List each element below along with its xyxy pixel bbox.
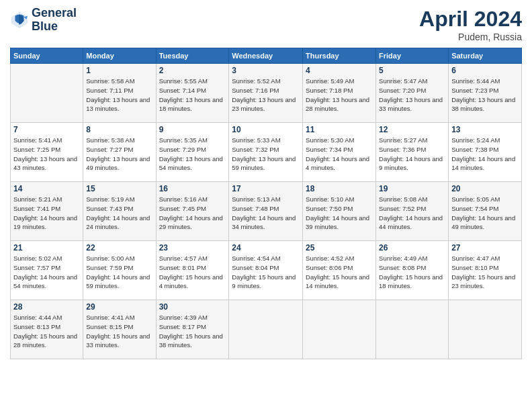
calendar-cell: 26Sunrise: 4:49 AM Sunset: 8:08 PM Dayli… [376,241,449,300]
day-number: 2 [159,66,226,75]
calendar-cell: 16Sunrise: 5:16 AM Sunset: 7:45 PM Dayli… [156,182,229,241]
day-info: Sunrise: 5:55 AM Sunset: 7:14 PM Dayligh… [159,77,226,113]
day-info: Sunrise: 5:02 AM Sunset: 7:57 PM Dayligh… [13,254,80,291]
day-number: 10 [232,125,300,134]
day-number: 27 [451,243,519,253]
calendar-cell [303,300,376,359]
week-row-5: 28Sunrise: 4:44 AM Sunset: 8:13 PM Dayli… [11,300,522,359]
day-info: Sunrise: 5:24 AM Sunset: 7:38 PM Dayligh… [451,136,519,173]
day-info: Sunrise: 5:21 AM Sunset: 7:41 PM Dayligh… [13,195,80,232]
day-number: 11 [306,125,373,134]
week-row-2: 7Sunrise: 5:41 AM Sunset: 7:25 PM Daylig… [11,123,522,182]
day-info: Sunrise: 5:13 AM Sunset: 7:48 PM Dayligh… [232,195,300,232]
col-thursday: Thursday [303,48,376,64]
day-number: 26 [379,243,445,253]
day-info: Sunrise: 4:47 AM Sunset: 8:10 PM Dayligh… [451,254,519,291]
calendar-title: April 2024 [419,7,522,32]
day-number: 21 [13,243,80,253]
day-number: 6 [451,66,519,75]
calendar-cell: 9Sunrise: 5:35 AM Sunset: 7:29 PM Daylig… [156,123,229,182]
week-row-4: 21Sunrise: 5:02 AM Sunset: 7:57 PM Dayli… [11,241,522,300]
day-number: 8 [86,125,152,134]
calendar-cell: 15Sunrise: 5:19 AM Sunset: 7:43 PM Dayli… [83,182,156,241]
day-info: Sunrise: 4:39 AM Sunset: 8:17 PM Dayligh… [159,313,226,350]
col-friday: Friday [376,48,449,64]
calendar-cell: 25Sunrise: 4:52 AM Sunset: 8:06 PM Dayli… [303,241,376,300]
day-number: 9 [159,125,226,134]
day-number: 17 [232,184,300,193]
logo-line2: Blue [32,20,77,34]
calendar-cell: 8Sunrise: 5:38 AM Sunset: 7:27 PM Daylig… [83,123,156,182]
calendar-cell: 14Sunrise: 5:21 AM Sunset: 7:41 PM Dayli… [11,182,83,241]
col-saturday: Saturday [449,48,522,64]
day-info: Sunrise: 5:58 AM Sunset: 7:11 PM Dayligh… [86,77,152,113]
logo-text: General Blue [32,7,77,34]
day-info: Sunrise: 4:44 AM Sunset: 8:13 PM Dayligh… [13,313,80,350]
day-info: Sunrise: 5:00 AM Sunset: 7:59 PM Dayligh… [86,254,152,291]
week-row-1: 1Sunrise: 5:58 AM Sunset: 7:11 PM Daylig… [11,64,522,123]
col-tuesday: Tuesday [156,48,229,64]
day-info: Sunrise: 4:49 AM Sunset: 8:08 PM Dayligh… [379,254,445,291]
day-info: Sunrise: 5:52 AM Sunset: 7:16 PM Dayligh… [232,77,300,113]
title-block: April 2024 Pudem, Russia [419,7,522,42]
day-number: 24 [232,243,300,253]
day-number: 19 [379,184,445,193]
calendar-cell: 18Sunrise: 5:10 AM Sunset: 7:50 PM Dayli… [303,182,376,241]
calendar-cell: 28Sunrise: 4:44 AM Sunset: 8:13 PM Dayli… [11,300,83,359]
calendar-cell [11,64,83,123]
day-number: 3 [232,66,300,75]
calendar-cell: 29Sunrise: 4:41 AM Sunset: 8:15 PM Dayli… [83,300,156,359]
day-info: Sunrise: 5:16 AM Sunset: 7:45 PM Dayligh… [159,195,226,232]
calendar-cell: 19Sunrise: 5:08 AM Sunset: 7:52 PM Dayli… [376,182,449,241]
day-number: 4 [306,66,373,75]
logo-icon [10,11,29,30]
day-info: Sunrise: 5:05 AM Sunset: 7:54 PM Dayligh… [451,195,519,232]
calendar-cell: 20Sunrise: 5:05 AM Sunset: 7:54 PM Dayli… [449,182,522,241]
day-info: Sunrise: 5:08 AM Sunset: 7:52 PM Dayligh… [379,195,445,232]
day-info: Sunrise: 5:19 AM Sunset: 7:43 PM Dayligh… [86,195,152,232]
day-number: 7 [13,125,80,134]
calendar-cell: 17Sunrise: 5:13 AM Sunset: 7:48 PM Dayli… [229,182,303,241]
calendar-cell: 10Sunrise: 5:33 AM Sunset: 7:32 PM Dayli… [229,123,303,182]
calendar-cell: 11Sunrise: 5:30 AM Sunset: 7:34 PM Dayli… [303,123,376,182]
page: General Blue April 2024 Pudem, Russia Su… [0,0,532,411]
day-info: Sunrise: 5:41 AM Sunset: 7:25 PM Dayligh… [13,136,80,173]
calendar-cell: 1Sunrise: 5:58 AM Sunset: 7:11 PM Daylig… [83,64,156,123]
day-number: 18 [306,184,373,193]
day-info: Sunrise: 5:10 AM Sunset: 7:50 PM Dayligh… [306,195,373,232]
day-info: Sunrise: 5:38 AM Sunset: 7:27 PM Dayligh… [86,136,152,173]
day-number: 12 [379,125,445,134]
day-info: Sunrise: 5:27 AM Sunset: 7:36 PM Dayligh… [379,136,445,173]
week-row-3: 14Sunrise: 5:21 AM Sunset: 7:41 PM Dayli… [11,182,522,241]
day-number: 15 [86,184,152,193]
calendar-body: 1Sunrise: 5:58 AM Sunset: 7:11 PM Daylig… [11,64,522,359]
day-number: 22 [86,243,152,253]
calendar-cell: 30Sunrise: 4:39 AM Sunset: 8:17 PM Dayli… [156,300,229,359]
calendar-cell: 24Sunrise: 4:54 AM Sunset: 8:04 PM Dayli… [229,241,303,300]
day-info: Sunrise: 5:33 AM Sunset: 7:32 PM Dayligh… [232,136,300,173]
calendar-cell: 4Sunrise: 5:49 AM Sunset: 7:18 PM Daylig… [303,64,376,123]
day-number: 13 [451,125,519,134]
calendar-cell [449,300,522,359]
day-info: Sunrise: 5:30 AM Sunset: 7:34 PM Dayligh… [306,136,373,173]
calendar-cell: 13Sunrise: 5:24 AM Sunset: 7:38 PM Dayli… [449,123,522,182]
day-info: Sunrise: 5:44 AM Sunset: 7:23 PM Dayligh… [451,77,519,113]
calendar-cell: 12Sunrise: 5:27 AM Sunset: 7:36 PM Dayli… [376,123,449,182]
day-number: 16 [159,184,226,193]
day-number: 5 [379,66,445,75]
day-info: Sunrise: 5:49 AM Sunset: 7:18 PM Dayligh… [306,77,373,113]
day-info: Sunrise: 4:52 AM Sunset: 8:06 PM Dayligh… [306,254,373,291]
day-number: 29 [86,302,152,312]
day-info: Sunrise: 5:35 AM Sunset: 7:29 PM Dayligh… [159,136,226,173]
calendar-cell: 3Sunrise: 5:52 AM Sunset: 7:16 PM Daylig… [229,64,303,123]
calendar-cell: 5Sunrise: 5:47 AM Sunset: 7:20 PM Daylig… [376,64,449,123]
day-number: 25 [306,243,373,253]
calendar-cell: 23Sunrise: 4:57 AM Sunset: 8:01 PM Dayli… [156,241,229,300]
calendar-cell: 22Sunrise: 5:00 AM Sunset: 7:59 PM Dayli… [83,241,156,300]
logo: General Blue [10,7,77,34]
day-number: 23 [159,243,226,253]
day-info: Sunrise: 5:47 AM Sunset: 7:20 PM Dayligh… [379,77,445,113]
day-number: 28 [13,302,80,312]
day-number: 14 [13,184,80,193]
header: General Blue April 2024 Pudem, Russia [10,7,522,42]
